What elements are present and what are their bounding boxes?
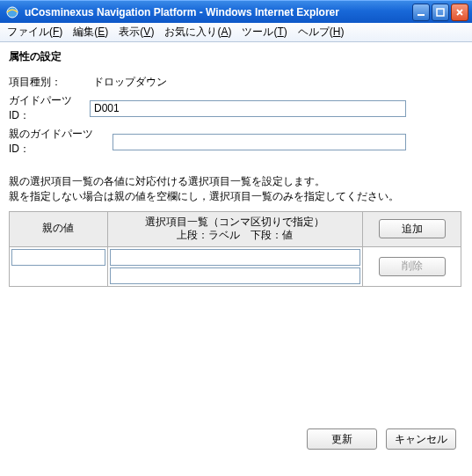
window-controls — [412, 4, 468, 21]
col-header-parent: 親の値 — [10, 211, 108, 246]
col-header-options: 選択項目一覧（コンマ区切りで指定） 上段：ラベル 下段：値 — [107, 211, 362, 246]
options-table: 親の値 選択項目一覧（コンマ区切りで指定） 上段：ラベル 下段：値 追加 — [9, 211, 461, 287]
menu-bar: ファイル(F) 編集(E) 表示(V) お気に入り(A) ツール(T) ヘルプ(… — [0, 23, 472, 42]
ie-icon — [5, 5, 19, 19]
table-row: 削除 — [10, 246, 461, 286]
svg-point-0 — [7, 7, 18, 18]
menu-edit[interactable]: 編集(E) — [73, 25, 108, 40]
parent-value-input[interactable] — [11, 249, 105, 266]
option-value-input[interactable] — [110, 267, 360, 284]
window-title: uCosminexus Navigation Platform - Window… — [25, 6, 339, 18]
svg-rect-1 — [418, 14, 425, 16]
row-parent-guide-parts-id: 親のガイドパーツID： — [9, 127, 463, 157]
section-title: 属性の設定 — [9, 49, 463, 64]
minimize-button[interactable] — [412, 4, 430, 21]
content-area: 属性の設定 項目種別： ドロップダウン ガイドパーツID： 親のガイドパーツID… — [0, 42, 472, 476]
col-header-actions: 追加 — [363, 211, 461, 246]
menu-help[interactable]: ヘルプ(H) — [298, 25, 345, 40]
menu-file[interactable]: ファイル(F) — [7, 25, 62, 40]
parent-guide-parts-id-input[interactable] — [113, 134, 406, 150]
close-button[interactable] — [451, 4, 468, 21]
guide-parts-id-label: ガイドパーツID： — [9, 93, 90, 123]
svg-rect-2 — [437, 9, 444, 16]
menu-tools[interactable]: ツール(T) — [242, 25, 287, 40]
menu-favorites[interactable]: お気に入り(A) — [164, 25, 231, 40]
cancel-button[interactable]: キャンセル — [386, 428, 456, 450]
maximize-button[interactable] — [432, 4, 449, 21]
guide-parts-id-input[interactable] — [90, 100, 406, 117]
description-line1: 親の選択項目一覧の各値に対応付ける選択項目一覧を設定します。 — [9, 174, 463, 189]
add-button[interactable]: 追加 — [379, 219, 446, 238]
item-type-value: ドロップダウン — [90, 75, 167, 90]
menu-view[interactable]: 表示(V) — [119, 25, 154, 40]
row-item-type: 項目種別： ドロップダウン — [9, 75, 463, 90]
description-text: 親の選択項目一覧の各値に対応付ける選択項目一覧を設定します。 親を指定しない場合… — [9, 174, 463, 204]
title-bar: uCosminexus Navigation Platform - Window… — [0, 0, 472, 23]
option-label-input[interactable] — [110, 249, 360, 266]
update-button[interactable]: 更新 — [307, 428, 377, 450]
parent-guide-parts-id-label: 親のガイドパーツID： — [9, 127, 113, 157]
footer-buttons: 更新 キャンセル — [307, 428, 456, 450]
item-type-label: 項目種別： — [9, 75, 90, 90]
delete-button[interactable]: 削除 — [379, 257, 446, 276]
description-line2: 親を指定しない場合は親の値を空欄にし，選択項目一覧のみを指定してください。 — [9, 189, 463, 204]
row-guide-parts-id: ガイドパーツID： — [9, 93, 463, 123]
